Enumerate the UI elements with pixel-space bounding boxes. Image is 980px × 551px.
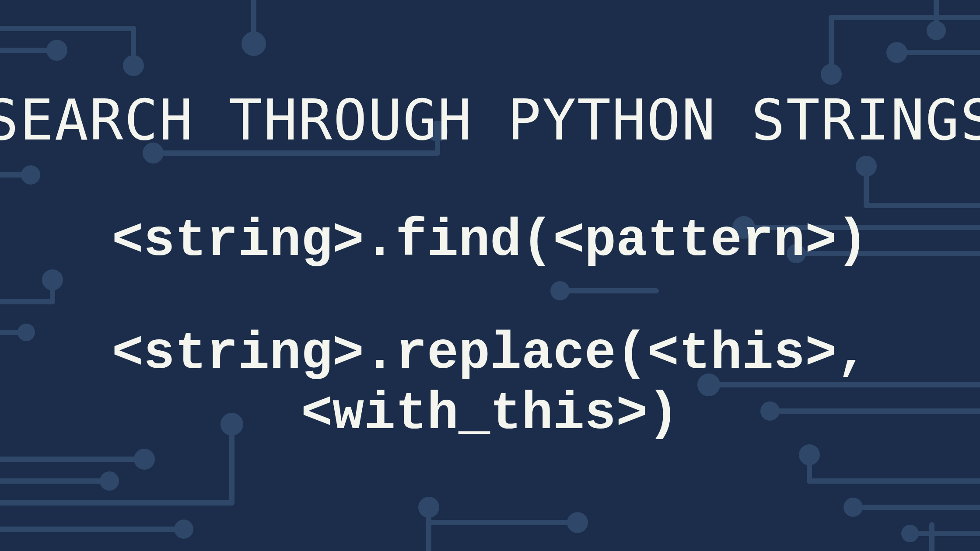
slide-title: SEARCH THROUGH PYTHON STRINGS bbox=[0, 91, 980, 150]
code-example-find: <string>.find(<pattern>) bbox=[112, 211, 868, 271]
slide-content: SEARCH THROUGH PYTHON STRINGS <string>.f… bbox=[0, 0, 980, 551]
code-example-replace: <string>.replace(<this>, <with_this>) bbox=[112, 324, 868, 444]
code-replace-line2: <with_this>) bbox=[301, 384, 679, 444]
slide: SEARCH THROUGH PYTHON STRINGS <string>.f… bbox=[0, 0, 980, 551]
code-replace-line1: <string>.replace(<this>, bbox=[112, 324, 868, 384]
